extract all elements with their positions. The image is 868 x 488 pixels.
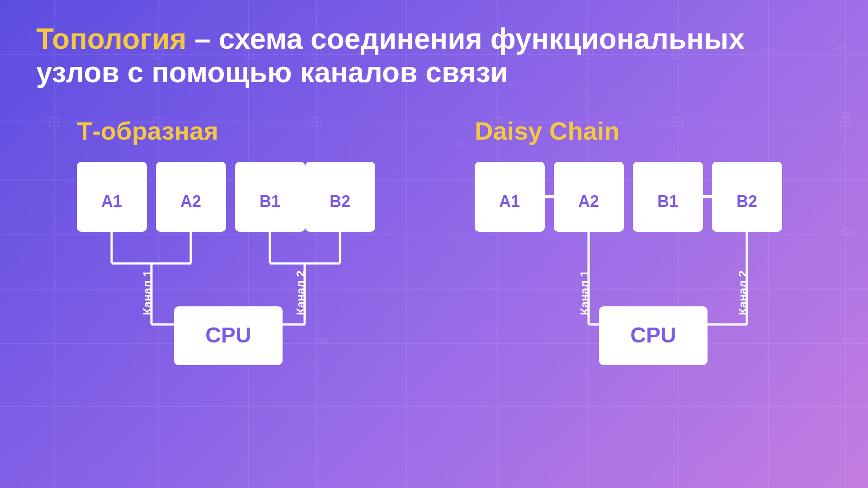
svg-text:B2: B2	[736, 192, 757, 211]
title-highlight: Топология	[36, 23, 187, 55]
svg-text:A2: A2	[180, 192, 201, 211]
main-content: Топология – схема соединения функциональ…	[0, 0, 868, 419]
daisy-chain-diagram: Daisy Chain A1 A2 B1 B2	[466, 116, 800, 397]
svg-text:Канал 1: Канал 1	[141, 271, 154, 315]
svg-text:CPU: CPU	[630, 323, 676, 347]
svg-text:CPU: CPU	[205, 323, 251, 347]
svg-text:B2: B2	[330, 192, 350, 211]
daisy-chain-svg: A1 A2 B1 B2 Кана	[466, 162, 782, 397]
t-shaped-title: Т-образная	[68, 116, 218, 145]
svg-text:Канал 2: Канал 2	[736, 271, 750, 315]
svg-text:A1: A1	[101, 192, 122, 211]
svg-text:B1: B1	[657, 192, 678, 211]
daisy-chain-title: Daisy Chain	[466, 116, 620, 145]
main-title: Топология – схема соединения функциональ…	[36, 23, 832, 89]
svg-text:A2: A2	[578, 192, 599, 211]
svg-text:A1: A1	[499, 192, 520, 211]
t-shaped-svg: A1 A2 B1 B2	[68, 162, 384, 397]
svg-text:B1: B1	[259, 192, 280, 211]
svg-text:Канал 1: Канал 1	[578, 271, 591, 315]
t-shaped-diagram: Т-образная A1 A2 B1 B2	[68, 116, 402, 397]
svg-text:Канал 2: Канал 2	[294, 271, 307, 315]
